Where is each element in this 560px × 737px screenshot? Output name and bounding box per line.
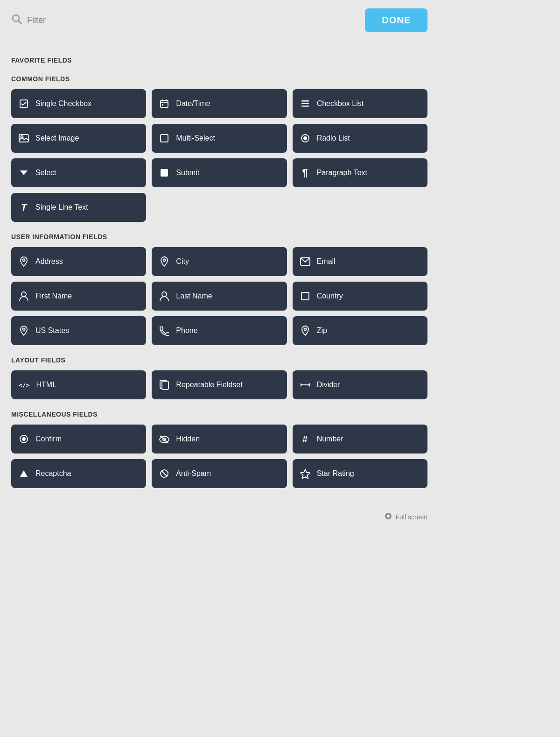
checkbox-list-label: Checkbox List: [317, 99, 364, 108]
field-zip[interactable]: Zip: [293, 316, 427, 345]
field-radio-list[interactable]: Radio List: [293, 124, 427, 153]
field-single-line-text[interactable]: T Single Line Text: [11, 193, 146, 222]
fullscreen-label[interactable]: Full screen: [396, 513, 427, 521]
star-rating-icon: [300, 468, 310, 479]
last-name-label: Last Name: [176, 292, 212, 300]
svg-point-19: [163, 259, 166, 262]
submit-icon: [159, 169, 169, 177]
svg-line-1: [19, 21, 22, 24]
phone-icon: [159, 326, 169, 336]
address-label: Address: [35, 257, 63, 266]
radio-list-label: Radio List: [317, 134, 350, 142]
footer: Full screen: [0, 507, 439, 527]
svg-marker-29: [301, 383, 302, 387]
divider-icon: [300, 382, 310, 388]
svg-marker-35: [20, 470, 28, 477]
search-area: [11, 14, 365, 28]
paragraph-text-icon: ¶: [300, 167, 310, 179]
svg-rect-10: [301, 106, 309, 107]
field-last-name[interactable]: Last Name: [152, 282, 287, 311]
field-anti-spam[interactable]: Anti-Spam: [152, 459, 287, 488]
field-city[interactable]: City: [152, 247, 287, 276]
field-paragraph-text[interactable]: ¶ Paragraph Text: [293, 158, 427, 187]
svg-point-21: [21, 292, 26, 297]
field-number[interactable]: # Number: [293, 425, 427, 454]
html-icon: </>: [19, 382, 29, 389]
svg-point-25: [304, 328, 306, 331]
divider-label: Divider: [317, 381, 340, 389]
anti-spam-icon: [159, 469, 169, 478]
field-us-states[interactable]: US States: [11, 316, 146, 345]
svg-rect-7: [162, 104, 163, 106]
html-label: HTML: [36, 381, 56, 389]
field-email[interactable]: Email: [293, 247, 427, 276]
field-select-image[interactable]: Select Image: [11, 124, 146, 153]
repeatable-fieldset-icon: [159, 380, 169, 390]
field-divider[interactable]: Divider: [293, 370, 427, 399]
content: FAVORITE FIELDS COMMON FIELDS Single Che…: [0, 41, 439, 507]
submit-label: Submit: [176, 169, 199, 177]
checkbox-list-icon: [300, 99, 310, 108]
number-label: Number: [317, 435, 343, 443]
svg-rect-13: [161, 135, 168, 142]
filter-input[interactable]: [27, 15, 120, 25]
recaptcha-icon: [19, 470, 29, 477]
select-icon: [19, 170, 29, 176]
email-label: Email: [317, 257, 336, 266]
number-icon: #: [300, 434, 310, 445]
header: DONE: [0, 0, 439, 41]
field-recaptcha[interactable]: Recaptcha: [11, 459, 146, 488]
svg-point-32: [22, 438, 25, 440]
hidden-label: Hidden: [176, 435, 200, 443]
misc-fields-grid: Confirm Hidden # Number: [11, 425, 427, 488]
svg-point-15: [304, 137, 307, 140]
field-hidden[interactable]: Hidden: [152, 425, 287, 454]
select-image-label: Select Image: [35, 134, 79, 142]
section-title-favorite-fields: FAVORITE FIELDS: [11, 57, 427, 64]
common-fields-grid: Single Checkbox Date/Time: [11, 89, 427, 222]
recaptcha-label: Recaptcha: [35, 469, 71, 478]
field-select[interactable]: Select: [11, 158, 146, 187]
repeatable-fieldset-label: Repeatable Fieldset: [176, 381, 242, 389]
confirm-label: Confirm: [35, 435, 62, 443]
field-phone[interactable]: Phone: [152, 316, 287, 345]
field-star-rating[interactable]: Star Rating: [293, 459, 427, 488]
single-line-text-label: Single Line Text: [35, 203, 88, 212]
single-checkbox-label: Single Checkbox: [35, 99, 91, 108]
section-title-misc-fields: MISCELLANEOUS FIELDS: [11, 411, 427, 418]
country-icon: [300, 292, 310, 300]
search-icon: [11, 14, 22, 28]
svg-marker-38: [301, 469, 310, 479]
field-repeatable-fieldset[interactable]: Repeatable Fieldset: [152, 370, 287, 399]
svg-marker-16: [20, 170, 28, 175]
field-first-name[interactable]: First Name: [11, 282, 146, 311]
field-confirm[interactable]: Confirm: [11, 425, 146, 454]
city-icon: [159, 256, 169, 267]
svg-rect-8: [301, 100, 309, 102]
user-info-fields-grid: Address City Email: [11, 247, 427, 345]
select-label: Select: [35, 169, 56, 177]
phone-label: Phone: [176, 326, 197, 335]
field-html[interactable]: </> HTML: [11, 370, 146, 399]
confirm-icon: [19, 434, 29, 444]
field-submit[interactable]: Submit: [152, 158, 287, 187]
field-address[interactable]: Address: [11, 247, 146, 276]
field-single-checkbox[interactable]: Single Checkbox: [11, 89, 146, 118]
paragraph-text-label: Paragraph Text: [317, 169, 367, 177]
date-time-label: Date/Time: [176, 99, 210, 108]
field-checkbox-list[interactable]: Checkbox List: [293, 89, 427, 118]
field-country[interactable]: Country: [293, 282, 427, 311]
date-time-icon: [159, 99, 169, 108]
first-name-label: First Name: [35, 292, 72, 300]
hidden-icon: [159, 435, 169, 443]
field-date-time[interactable]: Date/Time: [152, 89, 287, 118]
star-rating-label: Star Rating: [317, 469, 354, 478]
svg-rect-27: [162, 381, 168, 390]
email-icon: [300, 257, 310, 266]
single-checkbox-icon: [19, 99, 29, 108]
field-multi-select[interactable]: Multi-Select: [152, 124, 287, 153]
svg-rect-3: [161, 100, 168, 107]
radio-list-icon: [300, 134, 310, 143]
done-button[interactable]: DONE: [365, 8, 427, 32]
us-states-label: US States: [35, 326, 69, 335]
